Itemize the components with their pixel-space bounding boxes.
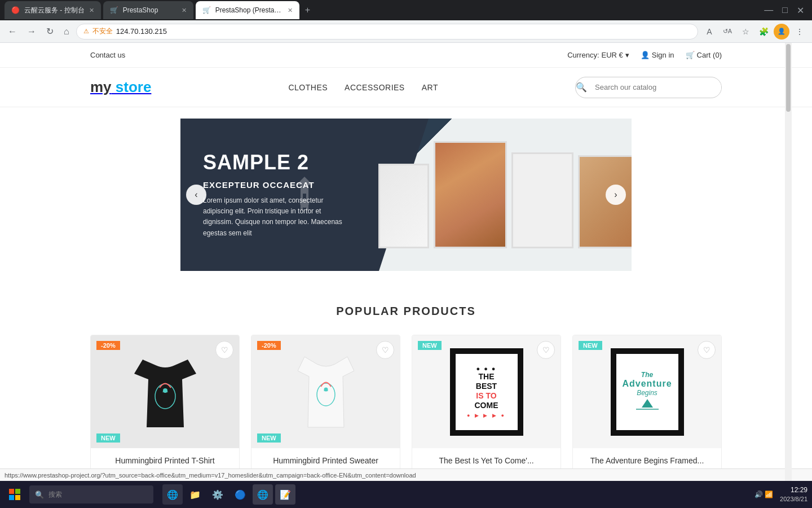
- reload-button[interactable]: ↻: [43, 24, 57, 39]
- site-wrapper: Contact us Currency: EUR € ▾ 👤 Sign in 🛒…: [0, 43, 812, 508]
- taskbar-search-text: 搜索: [48, 490, 62, 500]
- currency-chevron-icon: ▾: [625, 51, 629, 59]
- product-name-2: Hummingbird Printed Sweater: [259, 456, 392, 465]
- hero-next-button[interactable]: ›: [606, 185, 626, 205]
- currency-selector[interactable]: Currency: EUR € ▾: [567, 51, 629, 59]
- taskbar-right: 🔊 📶 12:29 2023/8/21: [754, 485, 807, 503]
- address-bar[interactable]: ⚠ 不安全 124.70.130.215: [76, 24, 698, 40]
- new-badge-3: NEW: [418, 341, 442, 350]
- product-sweater-image: [298, 348, 354, 436]
- taskbar-app-2[interactable]: 📁: [185, 484, 205, 505]
- security-warning-text: 不安全: [92, 27, 113, 36]
- site-header: my store CLOTHES ACCESSORIES ART 🔍: [0, 68, 812, 107]
- logo-link[interactable]: my store: [90, 78, 151, 96]
- refresh-icon[interactable]: ↺A: [720, 24, 735, 40]
- star-icon[interactable]: ☆: [738, 24, 753, 40]
- product-card-1[interactable]: -20% NEW ♡ Hummingbird Printed T-Shirt: [90, 335, 240, 487]
- art-frame-best: ● ● ● THEBESTIS TOCOME ● ▶ ▶ ▶ ●: [450, 348, 523, 436]
- hero-frame-1: [378, 164, 429, 248]
- tab-2-close[interactable]: ✕: [182, 7, 187, 14]
- taskbar: 🔍 搜索 🌐 📁 ⚙️ 🔵 🌐 📝 🔊 📶 12:29 2023/8/21: [0, 481, 812, 508]
- tab-3[interactable]: 🛒 PrestaShop (PrestaShop™) ✕: [196, 1, 299, 19]
- svg-rect-9: [9, 495, 14, 500]
- hero-frame-3: [511, 152, 573, 248]
- taskbar-app-4[interactable]: 🔵: [230, 484, 250, 505]
- hero-prev-button[interactable]: ‹: [186, 185, 206, 205]
- page-scrollbar[interactable]: [785, 43, 792, 481]
- cart-link[interactable]: 🛒 Cart (0): [686, 51, 722, 59]
- hero-title: SAMPLE 2: [203, 151, 350, 174]
- taskbar-search[interactable]: 🔍 搜索: [29, 485, 153, 503]
- minimize-button[interactable]: —: [761, 5, 776, 15]
- product-card-2[interactable]: -20% NEW ♡ Hummingbird Printed Sweater: [251, 335, 400, 487]
- wishlist-button-4[interactable]: ♡: [698, 341, 716, 359]
- art-frame-adventure: The Adventure Begins: [611, 348, 684, 436]
- new-tab-button[interactable]: +: [302, 5, 314, 15]
- main-nav: CLOTHES ACCESSORIES ART: [288, 83, 438, 92]
- product-image-3: NEW ♡ ● ● ● THEBESTIS TOCOME ● ▶ ▶ ▶ ●: [412, 335, 561, 448]
- scrollbar-thumb[interactable]: [786, 44, 791, 112]
- product-name-3: The Best Is Yet To Come'...: [420, 456, 553, 465]
- hero-section: SAMPLE 2 EXCEPTEUR OCCAECAT Lorem ipsum …: [0, 107, 812, 282]
- new-badge-4: NEW: [579, 341, 602, 350]
- start-button[interactable]: [5, 484, 25, 505]
- wishlist-button-2[interactable]: ♡: [376, 341, 394, 359]
- wishlist-button-1[interactable]: ♡: [215, 341, 233, 359]
- hero-frame-2: [434, 141, 507, 248]
- search-icon: 🔍: [576, 82, 587, 93]
- nav-art[interactable]: ART: [422, 83, 438, 92]
- product-image-4: NEW ♡ The Adventure Begins: [573, 335, 721, 448]
- taskbar-clock: 12:29 2023/8/21: [780, 485, 807, 503]
- product-image-2: -20% NEW ♡: [251, 335, 400, 448]
- taskbar-app-3[interactable]: ⚙️: [208, 484, 228, 505]
- menu-icon[interactable]: ⋮: [792, 24, 807, 40]
- extensions-icon[interactable]: 🧩: [756, 24, 771, 40]
- product-card-4[interactable]: NEW ♡ The Adventure Begins: [572, 335, 722, 487]
- user-icon: 👤: [641, 51, 650, 59]
- search-input[interactable]: [587, 83, 721, 91]
- hero-frame-4: [578, 155, 632, 248]
- tab-1[interactable]: 🔴 云醒云服务 - 控制台 ✕: [5, 1, 101, 19]
- hero-images: [383, 119, 632, 271]
- tab-3-label: PrestaShop (PrestaShop™): [215, 6, 283, 14]
- hero-brand-icon: [290, 174, 319, 216]
- svg-rect-10: [15, 495, 20, 500]
- taskbar-search-icon: 🔍: [35, 491, 44, 499]
- top-bar-right: Currency: EUR € ▾ 👤 Sign in 🛒 Cart (0): [567, 51, 722, 59]
- popular-products-title: POPULAR PRODUCTS: [90, 305, 722, 318]
- nav-clothes[interactable]: CLOTHES: [288, 83, 328, 92]
- search-bar[interactable]: 🔍: [575, 77, 722, 98]
- taskbar-apps: 🌐 📁 ⚙️ 🔵 🌐 📝: [162, 484, 295, 505]
- product-card-3[interactable]: NEW ♡ ● ● ● THEBESTIS TOCOME ● ▶ ▶ ▶ ● T…: [412, 335, 561, 487]
- products-grid: -20% NEW ♡ Hummingbird Printed T-Shirt: [90, 335, 722, 487]
- nav-accessories[interactable]: ACCESSORIES: [345, 83, 405, 92]
- maximize-button[interactable]: □: [779, 5, 791, 15]
- status-url: https://www.prestashop-project.org/?utm_…: [5, 472, 416, 479]
- url-text[interactable]: 124.70.130.215: [116, 27, 691, 36]
- browser-toolbar: ← → ↻ ⌂ ⚠ 不安全 124.70.130.215 A ↺A ☆ 🧩 👤 …: [0, 20, 812, 43]
- contact-us-link[interactable]: Contact us: [90, 51, 125, 59]
- taskbar-app-1[interactable]: 🌐: [162, 484, 183, 505]
- tab-1-label: 云醒云服务 - 控制台: [24, 6, 85, 15]
- taskbar-app-5[interactable]: 🌐: [253, 484, 273, 505]
- home-button[interactable]: ⌂: [60, 24, 73, 39]
- tab-1-close[interactable]: ✕: [89, 7, 94, 14]
- wishlist-button-3[interactable]: ♡: [537, 341, 555, 359]
- back-button[interactable]: ←: [5, 24, 20, 39]
- close-button[interactable]: ✕: [793, 5, 807, 16]
- toolbar-icons: A ↺A ☆ 🧩 👤 ⋮: [701, 24, 807, 40]
- forward-button[interactable]: →: [24, 24, 39, 39]
- translate-icon[interactable]: A: [701, 24, 717, 40]
- profile-icon[interactable]: 👤: [774, 24, 789, 40]
- svg-rect-7: [9, 489, 14, 494]
- tab-3-close[interactable]: ✕: [288, 7, 293, 14]
- signin-link[interactable]: 👤 Sign in: [641, 51, 674, 59]
- hero-slide: SAMPLE 2 EXCEPTEUR OCCAECAT Lorem ipsum …: [180, 119, 632, 271]
- tab-2[interactable]: 🛒 PrestaShop ✕: [103, 1, 193, 19]
- cart-icon: 🛒: [686, 51, 695, 59]
- system-tray: 🔊 📶: [754, 491, 773, 498]
- taskbar-app-6[interactable]: 📝: [275, 484, 295, 505]
- status-bar: https://www.prestashop-project.org/?utm_…: [0, 468, 812, 481]
- hero-body: Lorem ipsum dolor sit amet, consectetur …: [203, 195, 350, 239]
- svg-rect-8: [15, 489, 20, 494]
